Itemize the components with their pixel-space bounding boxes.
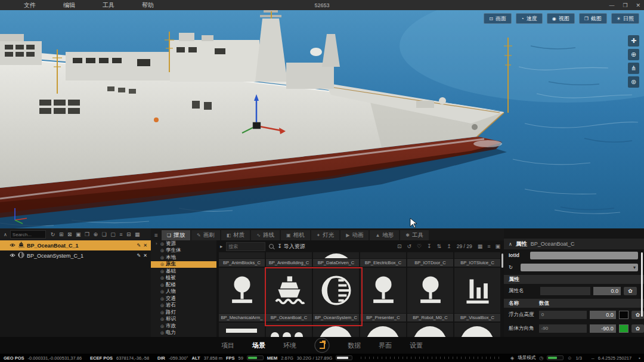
restore-button[interactable]: ❐ [623,2,627,8]
tab-摆放[interactable]: ❏摆放 [162,230,190,240]
list-view-icon[interactable]: ≡ [487,243,490,249]
asset-search-input[interactable] [226,242,265,251]
palette-button[interactable]: ✿ [631,324,644,333]
color-swatch[interactable] [619,324,628,333]
viewport-button-视图[interactable]: ◉视图 [547,13,575,24]
asset-card-selected[interactable]: BP_OceanBoat_C [266,268,312,321]
property-value-field[interactable]: 0.0 [590,311,616,319]
asset-card[interactable]: BP_Presenter_C [360,268,406,321]
attr-name-input[interactable] [540,287,590,295]
folder-icon[interactable]: ❐ [85,231,89,237]
viewport-button-日照[interactable]: ☀日照 [611,13,639,24]
category-资源[interactable]: ›◎资源 [151,240,216,247]
filter-icon[interactable]: ▸ [220,243,222,249]
asset-thumb-partial[interactable] [454,323,500,337]
asset-scrollbar[interactable] [501,253,503,268]
tab-画刷[interactable]: ✎画刷 [191,230,220,240]
refresh-icon[interactable]: ↻ [51,231,55,237]
side-button[interactable]: ⊛ [628,76,639,88]
nav-tab-数据[interactable]: 数据 [348,341,361,350]
category-电力[interactable]: ◎电力 [151,330,216,337]
detail-view-icon[interactable]: ▣ [495,243,500,249]
properties-scrollbar[interactable] [641,252,643,317]
asset-card-selected[interactable]: BP_OceanSystem_C [313,268,359,321]
tab-路线[interactable]: ∿路线 [251,230,280,240]
category-基础[interactable]: ◎基础 [151,268,216,275]
property-input[interactable]: -90 [539,324,587,333]
tab-工具[interactable]: ✱工具 [400,230,429,240]
asset-thumb-partial[interactable] [266,323,312,337]
menu-item[interactable]: 工具 [103,1,114,10]
color-swatch[interactable] [619,311,628,319]
asset-card[interactable]: BP_MechanicalArm_ [219,268,265,321]
property-value-field[interactable]: -90.0 [590,324,616,333]
iotid-input[interactable] [530,252,638,259]
copy-icon[interactable]: ❏ [102,231,107,237]
outliner-row[interactable]: BP_OceanSystem_C_1✎✕ [0,250,151,261]
menu-item[interactable]: 文件 [24,1,36,10]
asset-thumb-partial[interactable] [360,323,406,337]
category-植被[interactable]: ◎植被 [151,275,216,282]
sort-icon[interactable]: ⇅ [437,243,442,249]
type-dropdown[interactable]: ▾ [521,264,638,271]
download-icon[interactable]: ↧ [427,243,432,249]
favorite-icon[interactable]: ♡ [417,243,422,249]
tab-动画[interactable]: ▶动画 [340,230,369,240]
camera-icon[interactable]: ▣ [76,231,81,237]
viewport-button-速度[interactable]: ◔速度 [516,13,543,24]
menu-item[interactable]: 编辑 [63,1,75,10]
side-button[interactable]: ⋔ [628,63,639,74]
collapse-chevron-icon[interactable]: ∧ [509,242,512,247]
viewport-button-截图[interactable]: ❐截图 [579,13,607,24]
hamburger-icon[interactable]: ≡ [154,232,158,239]
asset-card[interactable]: BP_ElectricBox_C [360,252,406,267]
asset-card[interactable]: BP_Robot_M0_C [407,268,453,321]
visibility-eye-icon[interactable] [10,253,16,259]
minimize-button[interactable]: — [609,2,614,8]
asset-thumb-partial[interactable] [313,323,359,337]
asset-card[interactable]: BP_IOTDoor_C [407,252,453,267]
outliner-search-input[interactable] [10,230,46,239]
tab-相机[interactable]: ▣相机 [281,230,310,240]
viewport-3d[interactable]: ⊡画面◔速度◉视图❐截图☀日照 ✚⊕⋔⊛ [0,10,644,228]
category-岩石[interactable]: ◎岩石 [151,302,216,310]
edit-pencil-icon[interactable]: ✎ [137,243,141,248]
category-路灯[interactable]: ◎路灯 [151,309,216,316]
nav-tab-设置[interactable]: 设置 [410,341,423,350]
asset-card[interactable]: BP_AnimBuilding_C [266,252,312,267]
nav-tab-环境[interactable]: 环境 [283,341,296,350]
side-button[interactable]: ✚ [628,35,639,47]
attr-value-field[interactable]: 0.0 [593,287,621,295]
grid-icon[interactable]: ▦ [135,231,140,237]
category-标识[interactable]: ◎标识 [151,316,216,323]
collapse-icon[interactable]: ⊟ [126,231,131,237]
delete-icon[interactable]: ⊠ [67,231,72,237]
nav-tab-界面[interactable]: 界面 [379,341,392,350]
asset-card[interactable]: BP_AnimBlocks_C [219,252,265,267]
import-assets-button[interactable]: ↧ 导入资源 [277,243,305,250]
side-button[interactable]: ⊕ [628,49,639,60]
asset-card[interactable]: BP_IOTSluice_C [454,252,500,267]
box-icon[interactable]: ⊡ [397,243,402,249]
nav-tab-场景[interactable]: 场景 [252,341,265,350]
frame-icon[interactable]: ⊞ [59,231,64,237]
nav-tab-项目[interactable]: 项目 [221,341,234,350]
category-配楼[interactable]: ◎配楼 [151,281,216,289]
square-icon[interactable]: ▢ [110,231,116,237]
edit-pencil-icon[interactable]: ✎ [137,253,141,258]
history-icon[interactable]: ↺ [407,243,411,249]
remove-icon[interactable]: ✕ [143,253,147,258]
category-孪生体[interactable]: ◎孪生体 [151,247,216,255]
refresh-icon[interactable]: ↻ [509,264,517,270]
visibility-eye-icon[interactable] [10,243,16,249]
remove-icon[interactable]: ✕ [143,243,147,248]
asset-card[interactable]: BP_DataDriven_C [313,252,359,267]
list-icon[interactable]: ≡ [119,231,122,237]
grid-view-icon[interactable]: ▦ [478,243,483,249]
tab-地形[interactable]: ▲地形 [370,230,399,240]
category-本地[interactable]: ◎本地 [151,254,216,261]
property-input[interactable]: 0 [539,311,587,319]
tab-材质[interactable]: ◧材质 [221,230,250,240]
category-原生[interactable]: ◎原生 [151,261,216,268]
collapse-chevron-icon[interactable]: ∧ [4,232,7,237]
